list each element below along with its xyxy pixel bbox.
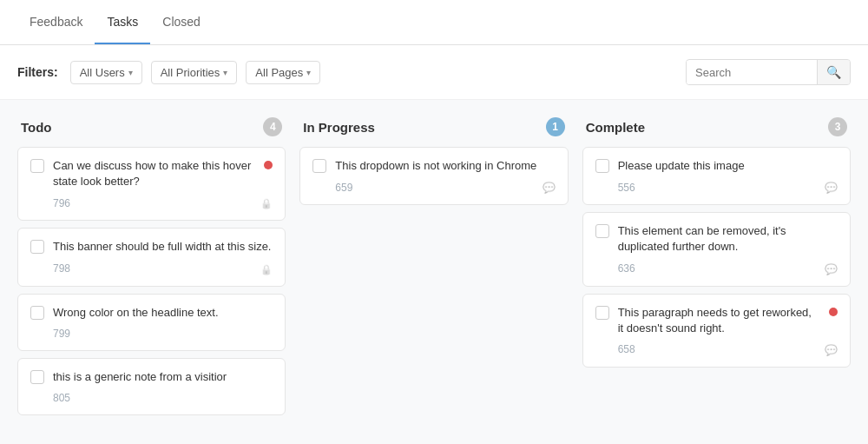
column-header-complete: Complete3 <box>582 117 851 136</box>
card-id: 659 <box>335 182 352 194</box>
card-top: This paragraph needs to get reworked, it… <box>595 305 838 336</box>
card-checkbox[interactable] <box>30 306 44 320</box>
lock-icon <box>260 196 273 209</box>
column-in-progress: In Progress1This dropdown is not working… <box>299 117 568 212</box>
column-todo: Todo4Can we discuss how to make this hov… <box>17 117 286 422</box>
card-text: This dropdown is not working in Chrome <box>335 158 555 174</box>
card-id: 796 <box>53 197 70 209</box>
search-input[interactable] <box>687 61 817 84</box>
search-wrapper: 🔍 <box>686 59 851 85</box>
card-top: This dropdown is not working in Chrome <box>312 158 555 174</box>
card[interactable]: This dropdown is not working in Chrome65… <box>299 147 568 205</box>
tab-closed[interactable]: Closed <box>150 1 213 44</box>
tab-feedback[interactable]: Feedback <box>17 1 95 44</box>
card-top: Can we discuss how to make this hover st… <box>30 158 273 189</box>
card-footer: 636 <box>595 262 838 275</box>
chat-icon <box>542 181 556 194</box>
card-text: This element can be removed, it's duplic… <box>618 223 838 255</box>
column-title: In Progress <box>303 120 375 135</box>
card-top: this is a generic note from a visitior <box>30 369 273 385</box>
priority-high-indicator <box>264 161 273 169</box>
card-footer: 805 <box>30 392 273 404</box>
card-top: This banner should be full width at this… <box>30 239 273 255</box>
card[interactable]: This element can be removed, it's duplic… <box>582 212 851 286</box>
filter-users[interactable]: All Users ▾ <box>70 61 142 84</box>
card-footer: 796 <box>30 196 273 209</box>
card-id: 805 <box>53 392 70 404</box>
card-footer: 798 <box>30 262 273 275</box>
card-text: Please update this image <box>618 158 838 174</box>
lock-icon <box>260 262 273 275</box>
card[interactable]: This paragraph needs to get reworked, it… <box>582 294 851 368</box>
card-top: This element can be removed, it's duplic… <box>595 223 838 255</box>
column-header-todo: Todo4 <box>17 117 286 136</box>
filter-pages[interactable]: All Pages ▾ <box>246 61 320 84</box>
card-checkbox[interactable] <box>312 159 326 173</box>
card-footer: 659 <box>312 181 555 194</box>
card-checkbox[interactable] <box>30 240 44 254</box>
search-icon: 🔍 <box>826 65 841 79</box>
chat-icon <box>825 262 838 275</box>
chevron-down-icon: ▾ <box>128 68 133 77</box>
chat-icon <box>825 343 838 356</box>
card-text: Can we discuss how to make this hover st… <box>53 158 255 189</box>
filter-pages-label: All Pages <box>255 66 303 79</box>
card-footer: 556 <box>595 181 838 194</box>
column-header-in-progress: In Progress1 <box>299 117 568 136</box>
column-count-badge: 1 <box>546 117 565 136</box>
column-complete: Complete3Please update this image556This… <box>582 117 851 374</box>
card-text: this is a generic note from a visitior <box>53 369 273 385</box>
card-text: This banner should be full width at this… <box>53 239 273 255</box>
filters-label: Filters: <box>17 65 58 79</box>
chat-icon <box>825 181 838 194</box>
kanban-board: Todo4Can we discuss how to make this hov… <box>0 100 868 444</box>
search-button[interactable]: 🔍 <box>817 60 850 84</box>
filter-priorities[interactable]: All Priorities ▾ <box>151 61 238 84</box>
card-id: 658 <box>618 343 635 355</box>
card-footer: 799 <box>30 328 273 340</box>
card-checkbox[interactable] <box>595 159 609 173</box>
column-count-badge: 3 <box>828 117 847 136</box>
tab-tasks[interactable]: Tasks <box>95 1 150 44</box>
card[interactable]: Wrong color on the headline text.799 <box>17 294 286 351</box>
card[interactable]: Please update this image556 <box>582 147 851 205</box>
chevron-down-icon: ▾ <box>223 68 227 77</box>
column-title: Todo <box>21 120 52 135</box>
card-id: 798 <box>53 262 70 275</box>
priority-high-indicator <box>829 308 838 316</box>
card-text: This paragraph needs to get reworked, it… <box>618 305 820 336</box>
filter-users-label: All Users <box>80 66 125 79</box>
card-checkbox[interactable] <box>30 370 44 384</box>
column-count-badge: 4 <box>263 117 282 136</box>
card-top: Wrong color on the headline text. <box>30 305 273 321</box>
card-checkbox[interactable] <box>30 159 44 173</box>
column-title: Complete <box>586 120 645 135</box>
card[interactable]: This banner should be full width at this… <box>17 228 286 286</box>
card-top: Please update this image <box>595 158 838 174</box>
card-footer: 658 <box>595 343 838 356</box>
filters-bar: Filters: All Users ▾ All Priorities ▾ Al… <box>0 45 868 100</box>
card-text: Wrong color on the headline text. <box>53 305 273 321</box>
top-navigation: Feedback Tasks Closed <box>0 0 868 45</box>
card-id: 799 <box>53 328 70 340</box>
chevron-down-icon: ▾ <box>306 68 311 77</box>
card-checkbox[interactable] <box>595 306 609 320</box>
filter-priorities-label: All Priorities <box>161 66 220 79</box>
card-id: 636 <box>618 262 635 275</box>
card-id: 556 <box>618 182 635 194</box>
card-checkbox[interactable] <box>595 224 609 238</box>
card[interactable]: Can we discuss how to make this hover st… <box>17 147 286 221</box>
card[interactable]: this is a generic note from a visitior80… <box>17 358 286 415</box>
